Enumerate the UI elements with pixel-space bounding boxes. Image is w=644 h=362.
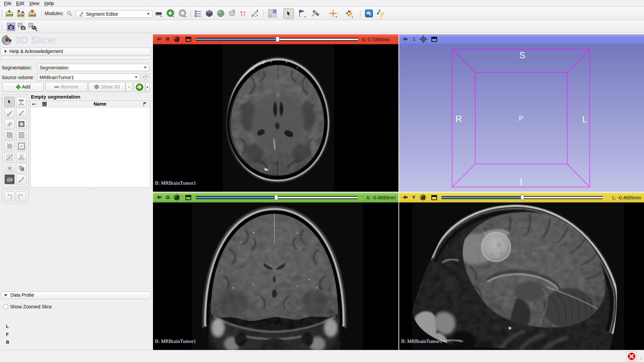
svg-text:E: E (369, 12, 372, 16)
svg-text:DATA: DATA (6, 13, 13, 16)
svg-text:P: P (519, 115, 523, 122)
svg-text:R: R (455, 114, 462, 124)
svg-text:L: L (582, 114, 587, 124)
svg-text:I: I (520, 177, 523, 187)
svg-text:SAVE: SAVE (29, 14, 36, 17)
svg-text:S: S (519, 50, 525, 60)
svg-text:DCM: DCM (18, 14, 24, 17)
